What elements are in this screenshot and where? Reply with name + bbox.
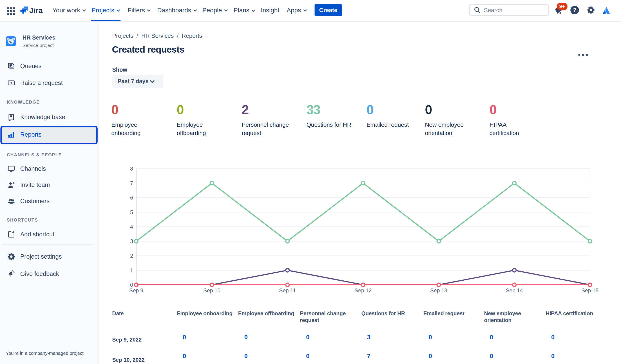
svg-text:Sep 13: Sep 13	[430, 287, 447, 294]
svg-text:5: 5	[130, 209, 133, 215]
svg-text:7: 7	[130, 180, 133, 186]
svg-text:0: 0	[130, 282, 133, 288]
svg-text:6: 6	[130, 195, 133, 201]
svg-text:Sep 14: Sep 14	[506, 287, 523, 294]
svg-text:1: 1	[130, 267, 133, 273]
svg-text:Sep 10: Sep 10	[203, 287, 220, 294]
svg-text:Sep 12: Sep 12	[355, 287, 372, 294]
svg-text:2: 2	[130, 253, 133, 259]
svg-text:3: 3	[130, 238, 133, 244]
svg-text:Sep 11: Sep 11	[279, 287, 296, 294]
svg-text:Sep 15: Sep 15	[581, 287, 599, 294]
svg-text:4: 4	[130, 224, 133, 230]
svg-text:Sep 9: Sep 9	[129, 287, 143, 294]
svg-text:8: 8	[130, 165, 133, 172]
